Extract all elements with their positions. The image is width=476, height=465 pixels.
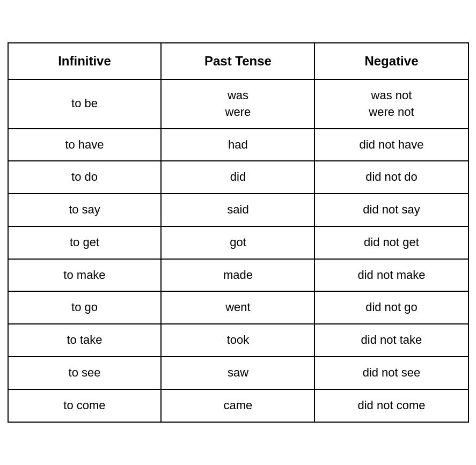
cell-infinitive: to make [8, 259, 162, 292]
table-row: to gowentdid not go [8, 291, 468, 324]
cell-infinitive: to get [8, 226, 162, 259]
verb-conjugation-table: Infinitive Past Tense Negative to bewasw… [8, 42, 469, 422]
cell-past-tense: got [161, 226, 314, 259]
table-row: to seesawdid not see [8, 357, 468, 389]
header-infinitive: Infinitive [8, 43, 162, 79]
cell-negative: did not make [314, 259, 468, 292]
cell-past-tense: said [161, 194, 314, 226]
cell-past-tense: came [161, 389, 314, 422]
verb-table-container: Infinitive Past Tense Negative to bewasw… [8, 42, 469, 422]
cell-infinitive: to say [8, 194, 162, 226]
cell-negative: did not have [314, 129, 468, 161]
cell-negative: did not do [314, 161, 468, 194]
cell-negative: did not see [314, 357, 468, 389]
table-row: to makemadedid not make [8, 259, 468, 292]
table-row: to havehaddid not have [8, 129, 468, 161]
cell-past-tense: had [161, 129, 314, 161]
cell-past-tense: took [161, 324, 314, 357]
cell-infinitive: to have [8, 129, 162, 161]
table-row: to bewaswerewas notwere not [8, 79, 468, 129]
cell-infinitive: to go [8, 291, 162, 324]
cell-negative: did not take [314, 324, 468, 357]
table-row: to dodiddid not do [8, 161, 468, 194]
cell-negative: was notwere not [314, 79, 468, 129]
table-row: to saysaiddid not say [8, 194, 468, 226]
cell-past-tense: went [161, 291, 314, 324]
header-negative: Negative [314, 43, 468, 79]
table-header-row: Infinitive Past Tense Negative [8, 43, 468, 79]
cell-past-tense: saw [161, 357, 314, 389]
cell-negative: did not come [314, 389, 468, 422]
cell-infinitive: to take [8, 324, 162, 357]
cell-infinitive: to come [8, 389, 162, 422]
header-past-tense: Past Tense [161, 43, 314, 79]
cell-infinitive: to be [8, 79, 162, 129]
table-row: to taketookdid not take [8, 324, 468, 357]
cell-negative: did not say [314, 194, 468, 226]
cell-negative: did not go [314, 291, 468, 324]
cell-past-tense: made [161, 259, 314, 292]
table-row: to comecamedid not come [8, 389, 468, 422]
cell-infinitive: to see [8, 357, 162, 389]
table-row: to getgotdid not get [8, 226, 468, 259]
cell-infinitive: to do [8, 161, 162, 194]
cell-negative: did not get [314, 226, 468, 259]
cell-past-tense: did [161, 161, 314, 194]
cell-past-tense: waswere [161, 79, 314, 129]
